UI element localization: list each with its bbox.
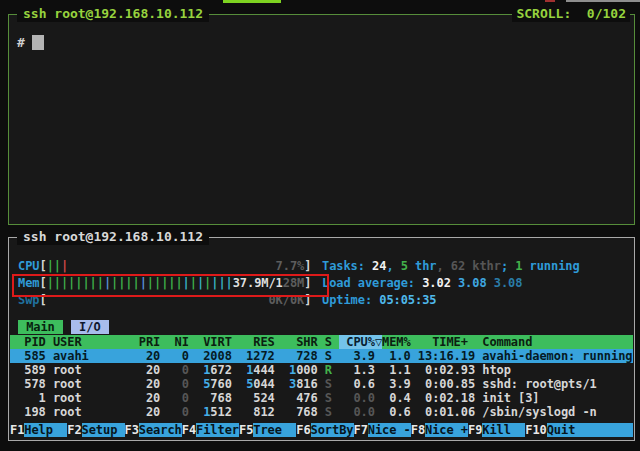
- system-stats: Tasks: 24, 5 thr, 62 kthr; 1 runningLoad…: [322, 259, 580, 310]
- stat-line-1: Load average: 3.02 3.08 3.08: [322, 276, 580, 293]
- fkey-f7[interactable]: F7Nice -: [354, 423, 411, 437]
- fkey-f9[interactable]: F9Kill: [468, 423, 525, 437]
- terminal-cursor: [32, 35, 44, 50]
- fkey-action-f1: Help: [24, 423, 67, 437]
- fkey-f2[interactable]: F2Setup: [67, 423, 124, 437]
- fkey-f6[interactable]: F6SortBy: [296, 423, 353, 437]
- fkey-action-f10: Quit: [547, 423, 633, 437]
- process-table-header[interactable]: PID USER PRI NI VIRT RES SHR S CPU%▽MEM%…: [10, 335, 633, 349]
- fkey-f10[interactable]: F10Quit: [525, 423, 633, 437]
- fkey-label-f1: F1: [10, 423, 24, 437]
- annotation-highlight-mem: [12, 274, 329, 297]
- video-artifact-green-bar: [223, 0, 281, 3]
- fkey-label-f8: F8: [411, 423, 425, 437]
- process-table: 585 avahi 20 0 2008 1272 728 S 3.9 1.0 1…: [10, 349, 633, 419]
- pane-top-title: ssh root@192.168.10.112: [17, 6, 209, 22]
- fkey-label-f4: F4: [182, 423, 196, 437]
- fkey-label-f7: F7: [354, 423, 368, 437]
- htop-tabs: Main I/O: [18, 320, 117, 335]
- stat-line-2: Uptime: 05:05:35: [322, 293, 580, 310]
- fkey-action-f6: SortBy: [311, 423, 354, 437]
- fkey-action-f2: Setup: [82, 423, 125, 437]
- fkey-label-f9: F9: [468, 423, 482, 437]
- fkey-action-f4: Filter: [196, 423, 239, 437]
- htop-screen: CPU[||| 7.7%]Mem[|||||||||||||||||||||||…: [9, 238, 634, 440]
- tab-main[interactable]: Main: [18, 320, 63, 334]
- fkey-f1[interactable]: F1Help: [10, 423, 67, 437]
- video-artifact-gray-bar: [566, 0, 640, 2]
- fkey-action-f3: Search: [139, 423, 182, 437]
- fkey-action-f5: Tree: [253, 423, 296, 437]
- scroll-indicator: SCROLL: 0/102: [512, 6, 630, 22]
- fkey-label-f2: F2: [67, 423, 81, 437]
- pane-top-shell[interactable]: ssh root@192.168.10.112 SCROLL: 0/102 #: [8, 14, 635, 225]
- tab-i-o[interactable]: I/O: [71, 320, 109, 334]
- fkey-action-f7: Nice -: [368, 423, 411, 437]
- process-row[interactable]: 198 root 20 0 1512 812 768 S 0.0 0.6 0:0…: [10, 405, 633, 419]
- shell-prompt: #: [17, 35, 25, 50]
- fkey-action-f9: Kill: [482, 423, 525, 437]
- process-row[interactable]: 589 root 20 0 1672 1444 1000 R 1.3 1.1 0…: [10, 363, 633, 377]
- process-row[interactable]: 1 root 20 0 768 524 476 S 0.0 0.4 0:02.1…: [10, 391, 633, 405]
- pane-bottom-htop[interactable]: ssh root@192.168.10.112 CPU[||| 7.7%]Mem…: [8, 237, 635, 441]
- function-key-bar: F1Help F2Setup F3SearchF4FilterF5Tree F6…: [10, 423, 633, 437]
- fkey-f4[interactable]: F4Filter: [182, 423, 239, 437]
- fkey-label-f10: F10: [525, 423, 546, 437]
- fkey-label-f6: F6: [296, 423, 310, 437]
- fkey-action-f8: Nice +: [425, 423, 468, 437]
- shell-prompt-line: #: [17, 34, 44, 51]
- video-artifact-red-mark: [545, 0, 555, 2]
- fkey-label-f5: F5: [239, 423, 253, 437]
- fkey-label-f3: F3: [125, 423, 139, 437]
- stat-line-0: Tasks: 24, 5 thr, 62 kthr; 1 running: [322, 259, 580, 276]
- fkey-f8[interactable]: F8Nice +: [411, 423, 468, 437]
- process-row[interactable]: 578 root 20 0 5760 5044 3816 S 0.6 3.9 0…: [10, 377, 633, 391]
- fkey-f5[interactable]: F5Tree: [239, 423, 296, 437]
- fkey-f3[interactable]: F3Search: [125, 423, 182, 437]
- process-row-selected[interactable]: 585 avahi 20 0 2008 1272 728 S 3.9 1.0 1…: [10, 349, 633, 363]
